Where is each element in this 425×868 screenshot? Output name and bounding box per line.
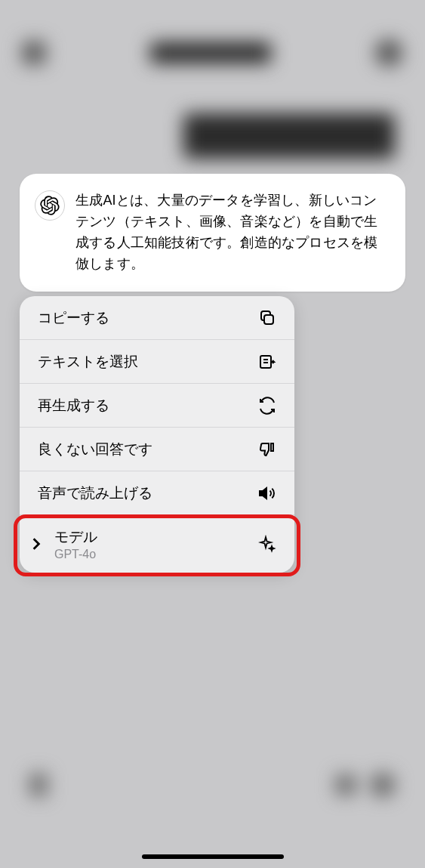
select-text-icon — [258, 353, 276, 371]
speaker-icon — [258, 484, 276, 502]
menu-model-label: モデル — [54, 527, 97, 547]
context-menu: コピーする テキストを選択 再生成する — [20, 296, 294, 573]
menu-read-aloud[interactable]: 音声で読み上げる — [20, 471, 294, 515]
menu-read-aloud-label: 音声で読み上げる — [38, 483, 152, 503]
menu-regenerate[interactable]: 再生成する — [20, 384, 294, 428]
menu-select-text[interactable]: テキストを選択 — [20, 340, 294, 384]
svg-rect-0 — [264, 315, 273, 324]
menu-copy-label: コピーする — [38, 308, 109, 328]
copy-icon — [258, 309, 276, 327]
home-indicator — [142, 854, 284, 859]
thumbs-down-icon — [258, 440, 276, 459]
menu-select-text-label: テキストを選択 — [38, 352, 138, 372]
menu-bad-response[interactable]: 良くない回答です — [20, 428, 294, 471]
openai-logo-icon — [40, 196, 60, 215]
menu-model-value: GPT-4o — [54, 548, 97, 561]
menu-copy[interactable]: コピーする — [20, 296, 294, 340]
assistant-message-card: 生成AIとは、大量のデータを学習し、新しいコンテンツ（テキスト、画像、音楽など）… — [20, 174, 405, 292]
refresh-icon — [258, 397, 276, 415]
menu-bad-response-label: 良くない回答です — [38, 440, 152, 459]
assistant-avatar — [35, 190, 65, 221]
menu-model[interactable]: モデル GPT-4o — [20, 515, 294, 573]
sparkle-icon — [258, 535, 276, 553]
menu-regenerate-label: 再生成する — [38, 396, 109, 415]
assistant-message-text: 生成AIとは、大量のデータを学習し、新しいコンテンツ（テキスト、画像、音楽など）… — [75, 190, 389, 275]
chevron-right-icon — [32, 537, 41, 551]
